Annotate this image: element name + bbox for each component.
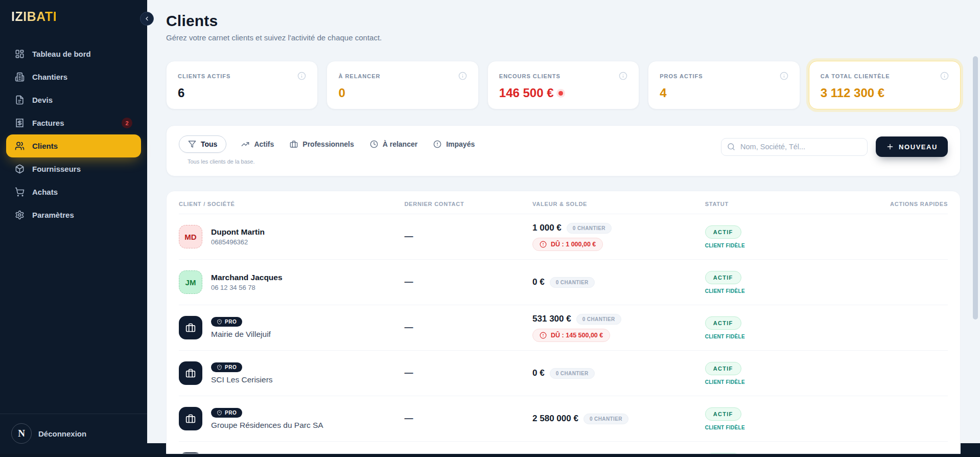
- stat-value: 4: [660, 86, 788, 100]
- sidebar-item-label: Tableau de bord: [32, 50, 91, 58]
- pro-badge: PRO: [211, 362, 242, 372]
- briefcase-icon: [185, 368, 196, 378]
- new-client-button[interactable]: NOUVEAU: [876, 136, 948, 157]
- client-identity: PRO Groupe Résidences du Parc SA: [211, 408, 323, 430]
- table-row[interactable]: PRO SCI Les Cerisiers — 0 € 0 CHANTIER A…: [179, 350, 948, 396]
- toolbar-actions: NOUVEAU: [721, 136, 948, 157]
- filter-tabs: TousActifsProfessionnelsÀ relancerImpayé…: [179, 135, 476, 153]
- table-row[interactable]: PRO Mairie de Villejuif — 531 300 € 0 CH…: [179, 305, 948, 350]
- client-identity: PRO Mairie de Villejuif: [211, 317, 271, 339]
- client-value: 531 300 €: [532, 314, 571, 324]
- column-header: DERNIER CONTACT: [404, 201, 532, 207]
- filter-tab-professionnels[interactable]: Professionnels: [289, 136, 355, 152]
- gear-icon: [15, 210, 25, 220]
- filter-tab-impay-s[interactable]: Impayés: [432, 136, 476, 152]
- sidebar-item-achats[interactable]: Achats: [6, 180, 141, 203]
- value-cell: 0 € 0 CHANTIER: [532, 277, 705, 288]
- search-input[interactable]: [721, 138, 868, 156]
- filter-tab-tous[interactable]: Tous: [179, 135, 226, 153]
- info-icon: [940, 72, 949, 80]
- sidebar-item-label: Clients: [32, 142, 58, 150]
- sidebar-item-fournisseurs[interactable]: Fournisseurs: [6, 157, 141, 180]
- app-logo: IZIBATI: [0, 0, 68, 24]
- pro-badge: PRO: [211, 317, 242, 327]
- last-contact-cell: —: [404, 232, 532, 242]
- shield-icon: [217, 410, 222, 416]
- value-cell: 0 € 0 CHANTIER: [532, 368, 705, 379]
- loyalty-label: CLIENT FIDÈLE: [705, 379, 881, 385]
- receipt-icon: [15, 118, 25, 128]
- chantier-count-badge: 0 CHANTIER: [550, 277, 595, 288]
- sidebar-collapse-button[interactable]: [140, 12, 154, 26]
- sidebar-item-label: Factures: [32, 119, 64, 127]
- scrollbar-thumb[interactable]: [973, 56, 978, 319]
- client-cell: PRO Groupe Résidences du Parc SA: [179, 407, 404, 430]
- sidebar-item-label: Fournisseurs: [32, 165, 81, 173]
- filter-toolbar: TousActifsProfessionnelsÀ relancerImpayé…: [166, 125, 961, 176]
- filter-tab-actifs[interactable]: Actifs: [240, 136, 275, 152]
- chevron-left-icon: [144, 15, 150, 22]
- file-icon: [15, 95, 25, 105]
- stat-card-top: CA TOTAL CLIENTÈLE: [821, 72, 949, 80]
- table-header-row: CLIENT / SOCIÉTÉDERNIER CONTACTVALEUR & …: [179, 191, 948, 214]
- briefcase-icon: [185, 414, 196, 424]
- filter-tab--relancer[interactable]: À relancer: [369, 136, 418, 152]
- main-content: Clients Gérez votre carnet clients et su…: [147, 0, 980, 457]
- user-logo-mark: N: [11, 423, 32, 444]
- client-name: Dupont Martin: [211, 227, 265, 237]
- status-cell: ACTIF CLIENT FIDÈLE: [705, 407, 881, 430]
- table-row[interactable]: MD Dupont Martin 0685496362 — 1 000 € 0 …: [179, 214, 948, 259]
- filter-tab-label: Tous: [201, 140, 217, 148]
- company-avatar: [179, 361, 202, 385]
- sidebar-nav: Tableau de bordChantiersDevisFactures2Cl…: [0, 42, 147, 226]
- stat-label: CA TOTAL CLIENTÈLE: [821, 73, 890, 79]
- sidebar-item-devis[interactable]: Devis: [6, 88, 141, 111]
- client-value: 0 €: [532, 277, 545, 287]
- client-value: 2 580 000 €: [532, 414, 578, 424]
- sidebar-item-label: Achats: [32, 188, 58, 196]
- sidebar-item-tableau-de-bord[interactable]: Tableau de bord: [6, 42, 141, 65]
- loyalty-label: CLIENT FIDÈLE: [705, 243, 881, 248]
- column-header: ACTIONS RAPIDES: [881, 201, 948, 207]
- stat-value: 3 112 300 €: [821, 86, 949, 100]
- stat-value: 146 500 €: [499, 86, 627, 100]
- stat-cards-row: CLIENTS ACTIFS 6 À RELANCER 0 ENCOURS CL…: [166, 61, 961, 109]
- sidebar-item-factures[interactable]: Factures2: [6, 111, 141, 134]
- sidebar: IZIBATI Tableau de bordChantiersDevisFac…: [0, 0, 147, 457]
- alert-dot: [558, 91, 563, 96]
- briefcase-icon: [185, 323, 196, 333]
- trending-up-icon: [241, 140, 249, 148]
- chantier-count-badge: 0 CHANTIER: [576, 314, 621, 325]
- alert-circle-icon: [540, 332, 547, 339]
- table-row[interactable]: JM Marchand Jacques 06 12 34 56 78 — 0 €…: [179, 259, 948, 305]
- column-header: STATUT: [705, 201, 881, 207]
- sidebar-item-clients[interactable]: Clients: [6, 134, 141, 157]
- client-name: Marchand Jacques: [211, 273, 283, 282]
- last-contact-cell: —: [404, 277, 532, 287]
- building-icon: [15, 72, 25, 82]
- filter-tabs-block: TousActifsProfessionnelsÀ relancerImpayé…: [179, 135, 476, 165]
- shield-icon: [217, 364, 222, 370]
- stat-card-pros-actifs: PROS ACTIFS 4: [648, 61, 800, 109]
- logout-button[interactable]: N Déconnexion: [0, 414, 147, 457]
- stat-label: CLIENTS ACTIFS: [178, 73, 230, 79]
- clients-page: { "sidebar": { "logo": "IZIBATI", "nav":…: [0, 0, 980, 457]
- briefcase-icon: [290, 140, 298, 148]
- client-phone: 0685496362: [211, 238, 265, 246]
- alert-circle-icon: [433, 140, 441, 148]
- bottom-strip: [0, 454, 980, 457]
- cart-icon: [15, 187, 25, 197]
- table-row[interactable]: ACTIF CLIENT FIDÈLE: [179, 441, 948, 454]
- column-header: CLIENT / SOCIÉTÉ: [179, 201, 404, 207]
- due-badge: DÛ : 1 000,00 €: [532, 238, 603, 251]
- stat-card-encours-clients: ENCOURS CLIENTS 146 500 €: [487, 61, 639, 109]
- table-body: MD Dupont Martin 0685496362 — 1 000 € 0 …: [179, 214, 948, 454]
- info-icon: [297, 72, 306, 80]
- sidebar-item-chantiers[interactable]: Chantiers: [6, 65, 141, 88]
- status-badge: ACTIF: [705, 316, 741, 330]
- status-badge: ACTIF: [705, 362, 741, 375]
- table-row[interactable]: PRO Groupe Résidences du Parc SA — 2 580…: [179, 396, 948, 441]
- company-avatar: [179, 316, 202, 339]
- sidebar-item-param-tres[interactable]: Paramètres: [6, 203, 141, 226]
- sidebar-item-label: Devis: [32, 96, 53, 104]
